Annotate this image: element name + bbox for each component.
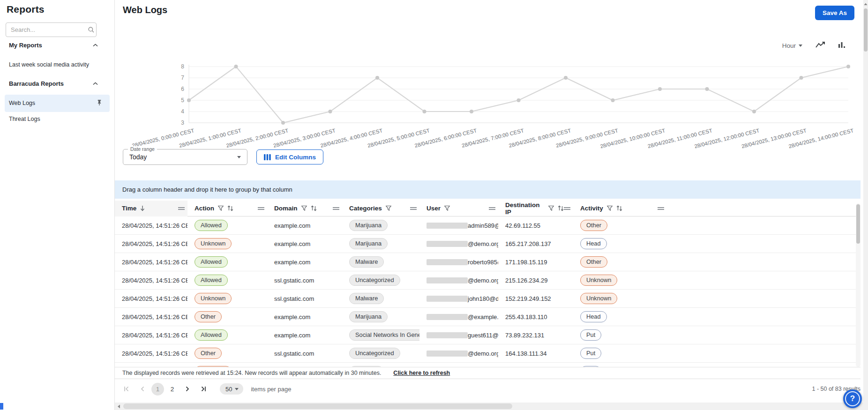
activity-badge: Other — [580, 220, 607, 231]
action-badge: Other — [195, 348, 222, 359]
sidebar-title: Reports — [7, 4, 45, 15]
filter-icon[interactable] — [444, 206, 450, 211]
sort-icon[interactable] — [616, 205, 622, 211]
edit-columns-button[interactable]: Edit Columns — [256, 149, 323, 164]
sidebar-item-web-logs[interactable]: Web Logs — [5, 95, 110, 112]
chevron-down-icon — [235, 388, 239, 390]
redacted-user — [427, 332, 468, 338]
bar-chart-icon[interactable] — [838, 41, 846, 49]
cell-user: john180@demo.org — [419, 295, 498, 302]
action-badge: Allowed — [195, 329, 228, 341]
table-row[interactable]: 28/04/2025, 14:51:26 CEST Allowed exampl… — [115, 253, 861, 271]
sidebar-section-barracuda-reports[interactable]: Barracuda Reports — [9, 80, 64, 87]
pin-icon[interactable] — [97, 99, 102, 106]
help-button[interactable]: ? — [843, 389, 862, 408]
column-header-destination-ip[interactable]: Destination IP — [498, 201, 573, 216]
cell-category: Uncategorized — [342, 348, 419, 359]
table-scrollbar-thumb[interactable] — [856, 204, 860, 244]
filter-icon[interactable] — [548, 206, 554, 211]
table-body: 28/04/2025, 14:51:26 CEST Allowed exampl… — [115, 216, 861, 367]
cell-action: Other — [187, 348, 267, 359]
cell-domain: example.com — [267, 259, 342, 266]
table-row[interactable]: 28/04/2025, 14:51:26 CEST Other ssl.gsta… — [115, 344, 861, 363]
column-drag-handle[interactable] — [410, 207, 417, 210]
column-drag-handle[interactable] — [178, 207, 185, 210]
chevron-up-icon[interactable] — [93, 44, 98, 47]
bottom-left-accent — [0, 403, 3, 410]
cell-destination-ip: 73.89.232.131 — [498, 332, 573, 339]
scroll-up-icon[interactable] — [864, 2, 868, 6]
table-scrollbar[interactable] — [856, 203, 861, 367]
sidebar-item-threat-logs[interactable]: Threat Logs — [9, 116, 40, 122]
refresh-link[interactable]: Click here to refresh — [393, 370, 450, 376]
action-badge: Allowed — [195, 256, 228, 268]
column-drag-handle[interactable] — [489, 207, 495, 210]
next-page-button[interactable] — [180, 382, 195, 396]
table-row[interactable]: 28/04/2025, 14:51:26 CEST Allowed exampl… — [115, 216, 861, 235]
sort-icon[interactable] — [558, 205, 564, 211]
column-drag-handle[interactable] — [333, 207, 339, 210]
column-header-user[interactable]: User — [419, 201, 498, 216]
redacted-user — [427, 223, 468, 229]
redacted-user — [427, 241, 468, 247]
redacted-user — [427, 259, 468, 265]
column-header-domain[interactable]: Domain — [267, 201, 342, 216]
vertical-scrollbar-thumb[interactable] — [864, 8, 868, 52]
cell-domain: example.com — [267, 313, 342, 321]
filter-icon[interactable] — [301, 206, 307, 211]
scroll-left-icon[interactable] — [117, 404, 121, 409]
table-row[interactable]: 28/04/2025, 14:51:26 CEST Allowed exampl… — [115, 326, 861, 344]
group-by-dropzone[interactable]: Drag a column header and drop it here to… — [115, 180, 861, 199]
table-row[interactable]: 28/04/2025, 14:51:26 CEST Unknown ssl.gs… — [115, 363, 861, 367]
category-badge: Malware — [349, 293, 384, 304]
table-header-row: Time Action Domain Categories User D — [115, 201, 861, 216]
search-input[interactable] — [6, 22, 97, 37]
cell-category: Social Networks In General — [342, 329, 419, 341]
chevron-up-icon[interactable] — [93, 82, 98, 85]
filter-icon[interactable] — [386, 206, 391, 211]
column-header-activity[interactable]: Activity — [573, 201, 667, 216]
horizontal-scrollbar-thumb[interactable] — [123, 403, 512, 409]
filter-icon[interactable] — [218, 206, 224, 211]
category-badge: Social Networks In General — [349, 329, 419, 341]
table-row[interactable]: 28/04/2025, 14:51:26 CEST Other example.… — [115, 308, 861, 326]
line-chart-icon[interactable] — [816, 41, 826, 49]
column-header-time[interactable]: Time — [115, 201, 187, 216]
column-header-action[interactable]: Action — [187, 201, 267, 216]
cell-destination-ip: 164.138.111.34 — [498, 350, 573, 357]
action-badge: Allowed — [195, 275, 228, 286]
previous-page-button[interactable] — [135, 382, 150, 396]
table-row[interactable]: 28/04/2025, 14:51:26 CEST Unknown exampl… — [115, 235, 861, 253]
table-row[interactable]: 28/04/2025, 14:51:26 CEST Unknown ssl.gs… — [115, 290, 861, 308]
column-drag-handle[interactable] — [564, 207, 570, 210]
column-drag-handle[interactable] — [658, 207, 664, 210]
sidebar-item-last-week-report[interactable]: Last week social media activity — [9, 61, 89, 68]
filter-icon[interactable] — [607, 206, 613, 211]
first-page-button[interactable] — [120, 382, 134, 396]
sort-desc-icon[interactable] — [140, 205, 145, 211]
category-badge: Malware — [349, 256, 384, 268]
sort-icon[interactable] — [227, 205, 233, 211]
cell-time: 28/04/2025, 14:51:26 CEST — [115, 277, 187, 284]
table-row[interactable]: 28/04/2025, 14:51:26 CEST Allowed ssl.gs… — [115, 271, 861, 290]
sort-icon[interactable] — [311, 205, 317, 211]
sidebar-section-my-reports[interactable]: My Reports — [9, 42, 42, 49]
cell-domain: example.com — [267, 222, 342, 229]
refresh-notice: The displayed records were retrieved at … — [115, 367, 861, 379]
save-as-button[interactable]: Save As — [815, 6, 854, 20]
cell-activity: Head — [573, 311, 667, 322]
column-drag-handle[interactable] — [258, 207, 264, 210]
date-range-select[interactable]: Date range Today — [123, 149, 247, 165]
svg-text:7: 7 — [181, 75, 184, 81]
page-1-button[interactable]: 1 — [151, 383, 164, 395]
cell-destination-ip: 165.217.208.137 — [498, 240, 573, 247]
page-2-button[interactable]: 2 — [166, 383, 179, 395]
column-header-categories[interactable]: Categories — [342, 201, 419, 216]
page-size-dropdown[interactable]: 50 — [220, 383, 243, 395]
horizontal-scrollbar[interactable] — [115, 403, 863, 410]
interval-dropdown[interactable]: Hour — [782, 42, 802, 49]
vertical-scrollbar[interactable] — [863, 0, 868, 410]
last-page-button[interactable] — [196, 382, 210, 396]
cell-time: 28/04/2025, 14:51:26 CEST — [115, 222, 187, 229]
page-title: Web Logs — [123, 5, 167, 15]
